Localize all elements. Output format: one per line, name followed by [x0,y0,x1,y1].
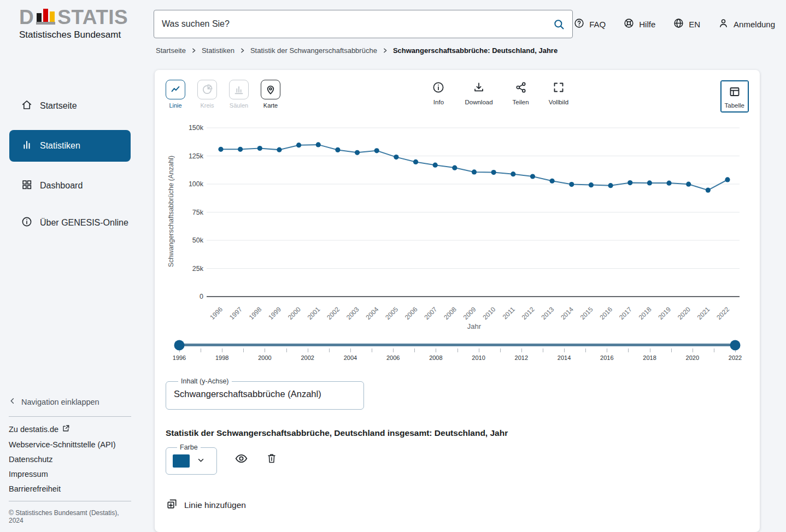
slider-tick-label: 2008 [429,354,442,361]
faq-link[interactable]: FAQ [573,17,606,31]
action-label: Info [433,99,444,105]
slider-tick-label: 1996 [173,354,186,361]
slider-track[interactable] [179,344,735,346]
slider-tick-label: 2004 [344,354,357,361]
column-chart-icon [229,80,249,99]
slider-tick [607,348,607,352]
slider-tick [479,348,479,352]
table-button-outline: Tabelle [720,80,749,113]
data-point [374,148,379,153]
external-link-icon [62,424,70,434]
logo-prefix: D [19,8,34,27]
slider-tick [521,348,522,352]
data-point [296,143,301,147]
collapse-navigation-label: Navigation einklappen [21,398,99,406]
chart-type-label: Karte [263,102,278,109]
data-point [238,147,243,152]
search-box [154,10,573,38]
fullscreen-icon [552,81,565,96]
slider-tick [222,348,222,352]
fullscreen-button[interactable]: Vollbild [549,81,568,105]
footer-link-destatis[interactable]: Zu destatis.de [9,424,131,434]
breadcrumb-statistik-schwangerschaftsabbrueche[interactable]: Statistik der Schwangerschaftsabbrüche [250,46,377,55]
action-label: Vollbild [549,99,568,105]
x-tick-label: 2008 [442,305,458,321]
slider-tick [671,348,672,352]
footer-link-datenschutz[interactable]: Datenschutz [9,455,131,464]
login-link[interactable]: Anmeldung [718,17,775,31]
help-link[interactable]: Hilfe [623,17,655,31]
slider-tick-label: 2020 [686,354,699,361]
pie-chart-icon [197,80,217,99]
slider-handle-end[interactable] [730,340,741,350]
collapse-navigation-button[interactable]: Navigation einklappen [0,394,108,410]
color-select-legend: Farbe [177,444,201,451]
login-label: Anmeldung [734,20,775,29]
slider-tick [243,348,244,352]
y-axis-field-legend: Inhalt (y-Achse) [178,377,232,385]
chart-type-map-button[interactable]: Karte [261,80,280,109]
search-input[interactable] [154,10,573,38]
sidebar-item-ueber-genesis[interactable]: Über GENESIS-Online [0,210,140,236]
chevron-right-icon [191,48,197,54]
faq-label: FAQ [589,20,606,29]
breadcrumb-statistiken[interactable]: Statistiken [202,46,234,55]
slider-tick-label: 2014 [558,354,571,361]
x-tick-label: 1998 [248,305,263,321]
chart-type-line-button[interactable]: Linie [166,80,185,109]
divider [9,416,131,417]
x-tick-label: 2019 [656,305,672,321]
data-point [218,147,223,152]
footer-link-impressum[interactable]: Impressum [9,470,131,478]
slider-tick-label: 2010 [472,354,485,361]
data-point [511,172,515,176]
data-point [627,180,632,185]
x-tick-label: 2017 [618,305,634,321]
data-point [472,169,477,174]
data-point [491,170,496,175]
logo-bars-icon [36,9,55,25]
sidebar-item-startseite[interactable]: Startseite [0,93,140,119]
download-icon [472,81,485,96]
home-icon [21,99,33,113]
info-button[interactable]: Info [432,81,445,105]
slider-tick [201,348,201,352]
logo-wordmark: D STATIS [19,8,140,27]
data-point [394,155,398,159]
footer-link-api[interactable]: Webservice-Schnittstelle (API) [9,440,131,449]
table-view-button[interactable]: Tabelle [722,81,748,111]
add-line-label: Linie hinzufügen [184,500,246,510]
sidebar-item-dashboard[interactable]: Dashboard [0,173,140,199]
sidebar-item-statistiken[interactable]: Statistiken [9,130,131,162]
search-icon[interactable] [553,18,565,33]
table-icon [728,85,741,100]
language-switch[interactable]: EN [673,17,700,31]
slider-tick [372,348,372,352]
y-tick-label: 25k [192,265,204,273]
series-title: Statistik der Schwangerschaftsabbrüche, … [166,428,749,438]
y-axis-field-value: Schwangerschaftsabbrüche (Anzahl) [174,389,356,399]
data-point [530,174,535,179]
x-tick-label: 2016 [598,305,614,321]
delete-line-button[interactable] [266,452,278,466]
series-controls: Farbe [166,444,749,475]
download-button[interactable]: Download [465,81,492,105]
help-label: Hilfe [639,20,655,29]
footer-link-barrierefreiheit[interactable]: Barrierefreiheit [9,484,131,493]
color-select[interactable]: Farbe [166,444,217,475]
add-line-button[interactable]: Linie hinzufügen [166,498,246,512]
chart-type-columns-button[interactable]: Säulen [229,80,249,109]
x-tick-label: 2014 [559,305,575,321]
data-point [355,150,360,155]
destatis-logo[interactable]: D STATIS Statistisches Bundesamt [19,8,140,40]
slider-handle-start[interactable] [174,340,185,350]
y-axis-content-field[interactable]: Inhalt (y-Achse) Schwangerschaftsabbrüch… [166,377,364,410]
data-point [725,177,730,182]
visibility-toggle-button[interactable] [234,452,248,467]
share-button[interactable]: Teilen [513,81,529,105]
data-point [316,142,321,147]
breadcrumb-startseite[interactable]: Startseite [156,46,186,55]
chart-type-pie-button[interactable]: Kreis [197,80,217,109]
line-chart-svg[interactable]: 025k50k75k100k125k150k199619971998199920… [177,121,749,332]
slider-tick [714,348,714,352]
